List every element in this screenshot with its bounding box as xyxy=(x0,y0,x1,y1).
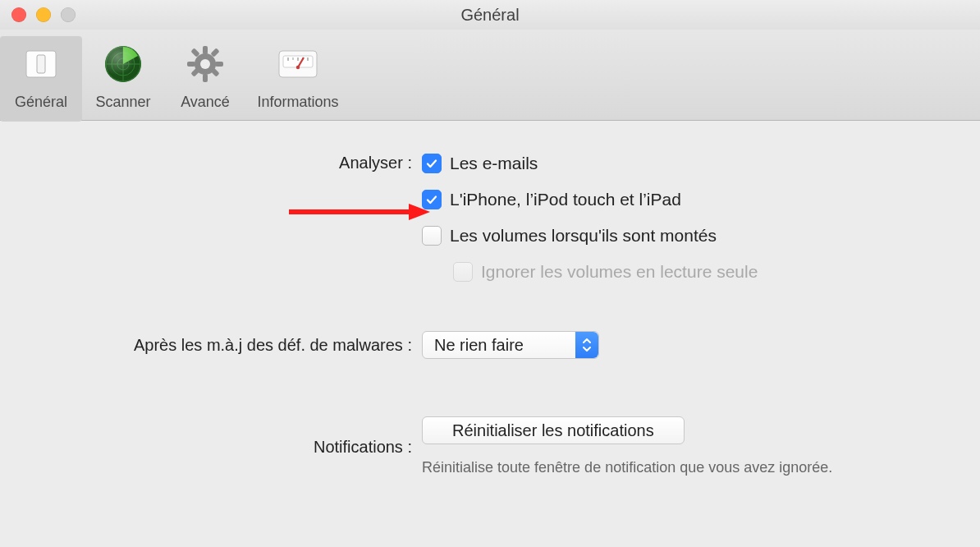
checkbox-icon xyxy=(453,262,473,282)
tab-scanner[interactable]: Scanner xyxy=(82,36,164,122)
chevrons-icon xyxy=(575,332,598,358)
notifications-section: Notifications : Réinitialiser les notifi… xyxy=(0,416,980,477)
after-update-label: Après les m.à.j des déf. de malwares : xyxy=(0,336,419,355)
titlebar: Général xyxy=(0,0,980,30)
tab-scanner-label: Scanner xyxy=(95,94,150,111)
svg-point-18 xyxy=(200,59,210,69)
tab-info[interactable]: Informations xyxy=(246,36,350,122)
analyze-label: Analyser : xyxy=(0,154,419,172)
svg-rect-11 xyxy=(203,74,208,82)
toolbar: Général Scanner xyxy=(0,30,980,121)
checkbox-icon xyxy=(422,226,442,246)
svg-point-26 xyxy=(296,66,300,69)
tab-advanced[interactable]: Avancé xyxy=(164,36,246,122)
checkbox-icon xyxy=(422,190,442,209)
checkbox-emails-label: Les e-mails xyxy=(450,154,538,173)
svg-point-8 xyxy=(105,46,141,82)
svg-rect-10 xyxy=(203,46,208,54)
checkbox-ios-label: L'iPhone, l’iPod touch et l’iPad xyxy=(450,190,681,209)
tab-general[interactable]: Général xyxy=(0,36,82,122)
svg-rect-12 xyxy=(187,62,195,67)
tab-advanced-label: Avancé xyxy=(181,94,230,111)
checkbox-readonly-label: Ignorer les volumes en lecture seule xyxy=(481,262,758,282)
checkbox-volumes[interactable]: Les volumes lorsqu'ils sont montés xyxy=(422,226,758,246)
gear-icon xyxy=(182,41,228,87)
svg-rect-13 xyxy=(215,62,223,67)
analyze-section: Analyser : Les e-mails L'iPhone, l’iPod … xyxy=(0,154,980,298)
after-update-value: Ne rien faire xyxy=(434,336,524,355)
checkbox-volumes-label: Les volumes lorsqu'ils sont montés xyxy=(450,226,717,246)
notifications-label: Notifications : xyxy=(0,438,419,457)
reset-notifications-button[interactable]: Réinitialiser les notifications xyxy=(422,416,685,444)
after-update-section: Après les m.à.j des déf. de malwares : N… xyxy=(0,331,980,359)
tab-info-label: Informations xyxy=(257,94,338,111)
content-pane: Analyser : Les e-mails L'iPhone, l’iPod … xyxy=(0,121,980,477)
radar-icon xyxy=(100,41,146,87)
checkbox-ios[interactable]: L'iPhone, l’iPod touch et l’iPad xyxy=(422,190,758,209)
after-update-select[interactable]: Ne rien faire xyxy=(422,331,599,359)
checkbox-emails[interactable]: Les e-mails xyxy=(422,154,758,173)
checkbox-readonly: Ignorer les volumes en lecture seule xyxy=(453,262,758,282)
window-title: Général xyxy=(0,6,980,25)
notifications-helper: Réinitialise toute fenêtre de notificati… xyxy=(422,457,832,477)
reset-notifications-button-label: Réinitialiser les notifications xyxy=(452,421,654,440)
gauge-icon xyxy=(275,41,321,87)
svg-rect-1 xyxy=(37,55,45,73)
general-icon xyxy=(18,41,64,87)
checkbox-icon xyxy=(422,154,442,173)
tab-general-label: Général xyxy=(15,94,67,111)
